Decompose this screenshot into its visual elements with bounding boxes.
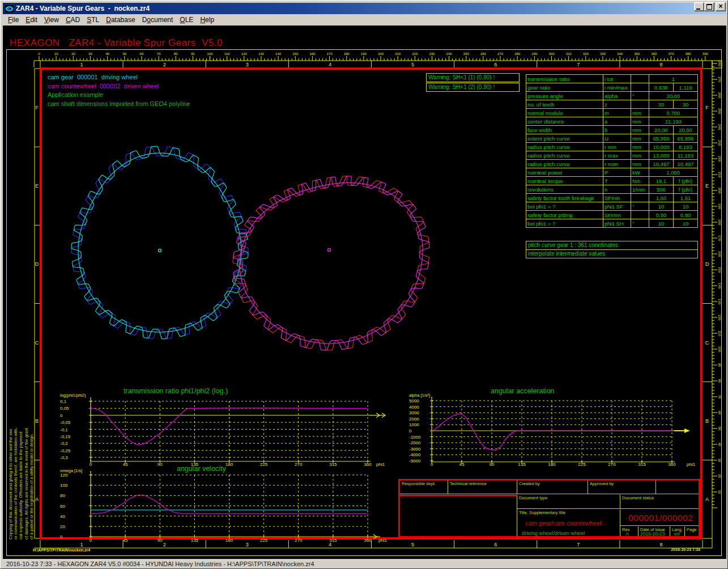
svg-text:180: 180 [548,462,556,467]
svg-text:180: 180 [344,52,350,56]
svg-text:60: 60 [140,52,144,56]
svg-text:0: 0 [409,428,412,434]
svg-text:4000: 4000 [409,405,419,410]
svg-text:90: 90 [718,363,721,367]
chart-3: 12010080604020004590135180225270315360ph… [60,465,388,543]
svg-text:270: 270 [295,538,303,543]
svg-text:40: 40 [718,443,721,447]
svg-text:80: 80 [174,52,178,56]
svg-text:330: 330 [600,52,606,56]
svg-text:100: 100 [718,346,721,353]
svg-text:110: 110 [718,330,721,336]
svg-text:200: 200 [718,188,721,194]
svg-text:C: C [705,340,709,346]
svg-text:D: D [35,261,39,267]
svg-text:phi1: phi1 [378,538,388,543]
svg-text:220: 220 [412,52,418,56]
svg-text:-2000: -2000 [409,440,421,445]
svg-text:280: 280 [514,52,521,56]
svg-text:135: 135 [191,538,199,543]
red-frame [41,69,701,538]
svg-text:0: 0 [90,538,92,543]
svg-text:225: 225 [260,462,268,467]
svg-text:240: 240 [446,52,453,56]
svg-text:30: 30 [88,52,92,56]
svg-text:80: 80 [718,379,721,383]
svg-text:B: B [705,418,709,424]
svg-text:50: 50 [718,427,721,431]
svg-text:225: 225 [260,538,268,543]
svg-text:200: 200 [378,52,384,56]
svg-text:250: 250 [463,52,470,56]
svg-text:-0,3: -0,3 [60,455,68,460]
svg-text:90: 90 [191,52,195,56]
svg-text:10: 10 [54,52,58,56]
svg-text:E: E [35,183,39,189]
svg-text:390: 390 [703,52,709,56]
svg-text:omega [1/s]: omega [1/s] [60,468,82,473]
svg-text:360: 360 [364,538,372,543]
svg-text:320: 320 [583,52,589,56]
svg-text:7: 7 [577,542,580,547]
svg-text:0: 0 [431,462,433,467]
svg-text:130: 130 [258,52,265,56]
svg-text:120: 120 [718,315,721,321]
svg-text:170: 170 [718,235,721,241]
svg-text:0: 0 [60,413,63,418]
svg-text:5: 5 [411,62,414,67]
svg-text:angular velocity: angular velocity [177,465,227,473]
svg-text:20: 20 [71,52,75,56]
svg-text:0: 0 [60,534,63,540]
svg-text:310: 310 [566,52,572,56]
svg-text:-0,05: -0,05 [60,420,71,425]
svg-text:170: 170 [327,52,333,56]
svg-text:300: 300 [548,52,555,56]
svg-text:260: 260 [718,92,721,99]
svg-text:100: 100 [60,483,68,488]
svg-text:90: 90 [157,462,163,467]
svg-text:8: 8 [659,542,662,547]
gear-1 [71,146,248,339]
svg-text:70: 70 [718,395,721,399]
chart-2: 500040003000200010000-1000-2000-3000-400… [409,387,696,467]
svg-text:log(phi1/phi2): log(phi1/phi2) [60,393,86,398]
svg-text:8: 8 [659,62,662,67]
drawing-overlay: 0102030405060708090100110120130140150160… [0,0,728,569]
svg-text:6: 6 [494,62,497,67]
svg-text:45: 45 [459,462,465,467]
svg-text:270: 270 [497,52,504,56]
svg-text:240: 240 [718,124,721,130]
svg-text:40: 40 [60,514,65,519]
svg-text:60: 60 [718,411,721,415]
svg-text:290: 290 [531,52,538,56]
svg-text:phi1: phi1 [376,462,385,467]
svg-text:6: 6 [494,542,497,547]
svg-text:20: 20 [718,474,721,478]
svg-text:3: 3 [246,542,249,547]
svg-text:180: 180 [225,462,233,467]
svg-text:180: 180 [225,538,233,543]
svg-text:160: 160 [718,251,721,257]
svg-text:7: 7 [577,62,580,67]
svg-text:0: 0 [38,52,40,56]
svg-text:230: 230 [718,140,721,146]
gear-2 [233,176,429,350]
svg-text:110: 110 [224,52,230,56]
svg-text:230: 230 [429,52,435,56]
svg-text:0,1: 0,1 [60,399,67,404]
svg-text:2: 2 [163,542,166,547]
svg-text:-0,1: -0,1 [60,427,68,432]
svg-text:225: 225 [578,462,586,467]
svg-text:120: 120 [60,473,68,478]
svg-text:4: 4 [329,62,331,67]
svg-text:1000: 1000 [409,422,419,427]
svg-text:90: 90 [489,462,495,467]
svg-text:140: 140 [275,52,282,56]
svg-text:190: 190 [718,203,721,210]
svg-text:D: D [705,261,709,267]
svg-text:-4000: -4000 [409,452,421,457]
svg-text:angular acceleration: angular acceleration [491,387,555,395]
svg-text:-0,25: -0,25 [60,448,71,453]
svg-text:-3000: -3000 [409,447,421,452]
svg-text:210: 210 [395,52,401,56]
